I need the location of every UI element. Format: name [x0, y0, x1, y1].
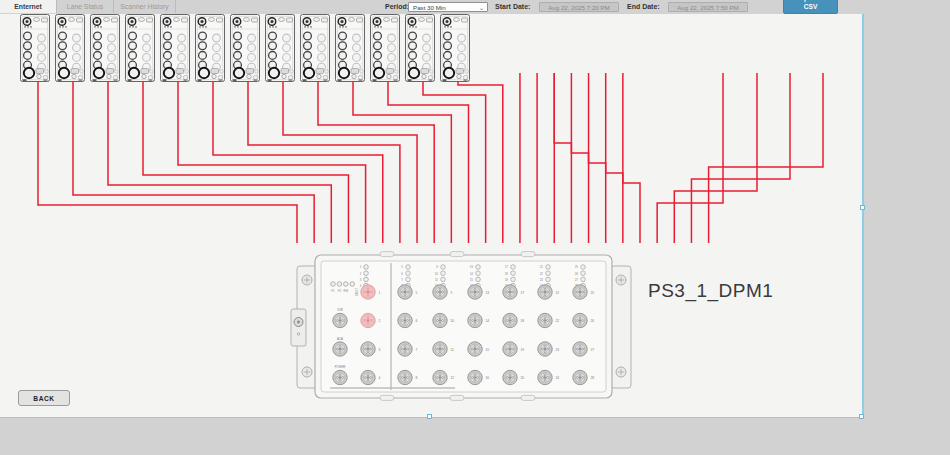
wire	[571, 73, 588, 243]
port-number-label: 22	[556, 319, 560, 323]
dpm-port[interactable]	[333, 313, 347, 327]
period-select[interactable]: Past 30 Min ⌄	[408, 2, 488, 12]
device-port	[178, 44, 186, 52]
dpm-port[interactable]	[468, 342, 482, 356]
wire	[248, 81, 400, 243]
dpm-port[interactable]	[503, 370, 517, 384]
dpm-port[interactable]	[433, 370, 447, 384]
dpm-port[interactable]	[503, 285, 517, 299]
diagram-canvas[interactable]: F1F2RMFAULT12341234X2RACAPOWER5678910111…	[0, 14, 863, 417]
mini-led	[581, 265, 586, 270]
port-number-label: 10	[451, 319, 455, 323]
device-port	[143, 54, 151, 62]
dpm-port[interactable]	[573, 285, 587, 299]
port-number-label: 28	[591, 376, 595, 380]
dpm-device[interactable]: F1F2RMFAULT12341234X2RACAPOWER5678910111…	[291, 252, 631, 401]
end-date-input[interactable]: Aug 22, 2025 7:50 PM	[668, 2, 748, 12]
wire	[213, 81, 383, 243]
dpm-port[interactable]	[333, 342, 347, 356]
device-port	[269, 42, 277, 50]
indicator-led	[344, 282, 349, 287]
port-number-label: 16	[486, 376, 490, 380]
dpm-port[interactable]	[398, 313, 412, 327]
tab-scanner-history[interactable]: Scanner History	[114, 0, 176, 13]
tab-bar: Enternet Lane Status Scanner History	[0, 0, 176, 14]
device-port	[458, 54, 466, 62]
device-main-port	[59, 68, 69, 78]
scanner-device[interactable]	[21, 15, 50, 82]
wire	[38, 81, 297, 243]
start-date-input[interactable]: Aug 22, 2025 7:20 PM	[539, 2, 619, 12]
dpm-port[interactable]	[503, 342, 517, 356]
resize-handle-bottom[interactable]	[427, 414, 432, 419]
device-port	[423, 44, 431, 52]
dpm-port-active[interactable]	[361, 285, 375, 299]
device-port	[304, 32, 312, 40]
resize-handle-corner[interactable]	[859, 414, 864, 419]
resize-handle-right[interactable]	[860, 205, 865, 210]
dpm-port[interactable]	[433, 285, 447, 299]
dpm-port[interactable]	[468, 313, 482, 327]
device-port	[318, 34, 326, 42]
scanner-device[interactable]	[56, 15, 85, 82]
device-port	[444, 52, 452, 60]
dpm-port[interactable]	[361, 370, 375, 384]
dpm-port[interactable]	[333, 370, 347, 384]
scanner-device[interactable]	[266, 15, 295, 82]
device-main-port	[94, 68, 104, 78]
scanner-device[interactable]	[161, 15, 190, 82]
port-number-label: 14	[470, 272, 474, 276]
scanner-device[interactable]	[441, 15, 470, 82]
dpm-port[interactable]	[433, 342, 447, 356]
port-number-label: 3	[379, 348, 381, 352]
port-number-label: 18	[521, 319, 525, 323]
dpm-port[interactable]	[468, 370, 482, 384]
mini-led	[476, 277, 481, 282]
dpm-port[interactable]	[573, 342, 587, 356]
scanner-device[interactable]	[371, 15, 400, 82]
scanner-device[interactable]	[336, 15, 365, 82]
device-port	[38, 34, 46, 42]
top-tab	[450, 252, 464, 257]
scanner-device[interactable]	[126, 15, 155, 82]
dpm-port[interactable]	[503, 313, 517, 327]
device-main-port	[304, 68, 314, 78]
device-main-port	[129, 68, 139, 78]
dpm-port[interactable]	[361, 342, 375, 356]
tab-enternet[interactable]: Enternet	[0, 0, 57, 13]
dpm-port-active[interactable]	[361, 313, 375, 327]
dpm-port[interactable]	[573, 370, 587, 384]
dpm-port[interactable]	[538, 313, 552, 327]
port-number-label: 13	[470, 265, 474, 269]
dpm-port[interactable]	[538, 342, 552, 356]
back-button[interactable]: BACK	[18, 390, 70, 406]
scanner-device[interactable]	[196, 15, 225, 82]
dpm-port[interactable]	[538, 285, 552, 299]
port-number-label: 27	[575, 278, 579, 282]
tab-lane-status[interactable]: Lane Status	[57, 0, 114, 13]
dpm-port[interactable]	[398, 370, 412, 384]
port-number-label: 11	[451, 348, 455, 352]
device-port	[283, 44, 291, 52]
port-number-label: 26	[575, 272, 579, 276]
port-number-label: 20	[521, 376, 525, 380]
dpm-port[interactable]	[433, 313, 447, 327]
device-port	[73, 54, 81, 62]
mini-led	[546, 277, 551, 282]
port-number-label: F1	[331, 289, 335, 293]
dpm-port[interactable]	[573, 313, 587, 327]
scanner-device[interactable]	[406, 15, 435, 82]
bottom-tab	[521, 395, 535, 400]
scanner-device[interactable]	[231, 15, 260, 82]
scanner-device[interactable]	[91, 15, 120, 82]
device-port	[38, 54, 46, 62]
dpm-port[interactable]	[538, 370, 552, 384]
scanner-device[interactable]	[301, 15, 330, 82]
device-port	[24, 32, 32, 40]
dpm-port[interactable]	[398, 342, 412, 356]
mini-led	[441, 271, 446, 276]
dpm-port[interactable]	[398, 285, 412, 299]
dpm-port[interactable]	[468, 285, 482, 299]
mini-led	[581, 277, 586, 282]
export-csv-button[interactable]: Export to CSV	[783, 0, 838, 14]
